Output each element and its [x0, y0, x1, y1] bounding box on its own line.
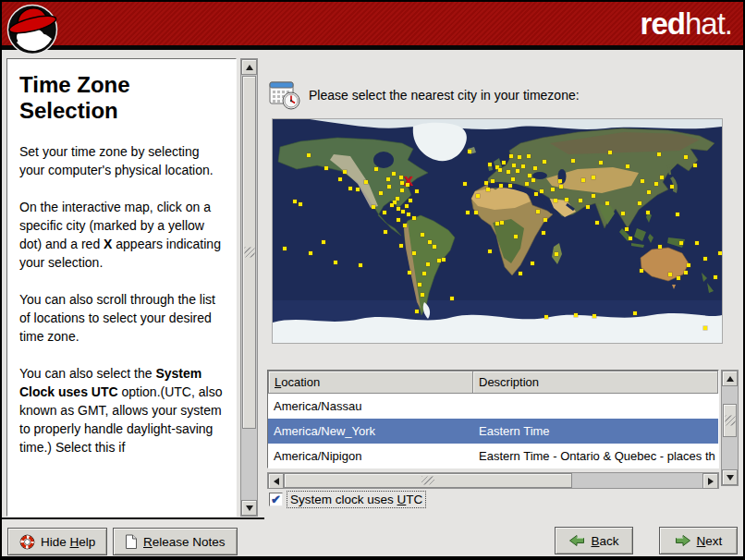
- city-dot[interactable]: [519, 272, 522, 275]
- city-dot[interactable]: [657, 152, 661, 156]
- city-dot[interactable]: [605, 201, 609, 205]
- city-dot[interactable]: [400, 181, 404, 185]
- scroll-right-button[interactable]: [702, 473, 718, 489]
- city-dot[interactable]: [426, 262, 430, 266]
- city-dot[interactable]: [703, 326, 707, 330]
- city-dot[interactable]: [525, 182, 529, 186]
- city-dot[interactable]: [565, 198, 568, 201]
- scroll-down-button[interactable]: [241, 500, 257, 516]
- city-dot[interactable]: [422, 272, 426, 275]
- city-dot[interactable]: [640, 269, 643, 273]
- back-button[interactable]: Back: [555, 527, 633, 554]
- city-dot[interactable]: [638, 201, 641, 205]
- city-dot[interactable]: [409, 199, 412, 202]
- city-dot[interactable]: [542, 231, 545, 235]
- city-dot[interactable]: [646, 211, 650, 214]
- city-dot[interactable]: [488, 163, 492, 166]
- city-dot[interactable]: [718, 251, 722, 255]
- city-dot[interactable]: [574, 313, 578, 317]
- city-dot[interactable]: [536, 210, 540, 213]
- city-dot[interactable]: [633, 311, 637, 315]
- table-horizontal-scrollbar[interactable]: [267, 472, 719, 489]
- city-dot[interactable]: [283, 247, 287, 250]
- city-dot[interactable]: [571, 159, 575, 163]
- city-dot[interactable]: [554, 199, 557, 202]
- city-dot[interactable]: [412, 216, 416, 220]
- city-dot[interactable]: [488, 250, 492, 253]
- city-dot[interactable]: [516, 169, 519, 173]
- next-button[interactable]: Next: [659, 527, 738, 554]
- utc-checkbox[interactable]: ✔: [269, 493, 283, 506]
- city-dot[interactable]: [397, 218, 400, 222]
- city-dot[interactable]: [684, 155, 688, 159]
- city-dot[interactable]: [364, 180, 368, 184]
- help-scrollbar[interactable]: [240, 58, 258, 517]
- city-dot[interactable]: [450, 297, 454, 300]
- city-dot[interactable]: [534, 192, 538, 196]
- scroll-up-button[interactable]: [241, 59, 257, 75]
- city-dot[interactable]: [442, 258, 446, 262]
- city-dot[interactable]: [629, 237, 632, 240]
- scrollbar-thumb[interactable]: [723, 404, 737, 437]
- city-dot[interactable]: [484, 181, 488, 185]
- city-dot[interactable]: [372, 205, 375, 209]
- city-dot[interactable]: [714, 275, 717, 279]
- city-dot[interactable]: [348, 187, 352, 190]
- city-dot[interactable]: [466, 211, 470, 214]
- city-dot[interactable]: [508, 184, 512, 188]
- city-dot[interactable]: [293, 200, 297, 203]
- release-notes-button[interactable]: Release Notes: [113, 528, 238, 555]
- city-dot[interactable]: [400, 189, 404, 192]
- city-dot[interactable]: [299, 202, 302, 206]
- utc-checkbox-label[interactable]: System clock uses UTC: [287, 491, 426, 508]
- city-dot[interactable]: [309, 251, 312, 255]
- city-dot[interactable]: [658, 245, 662, 249]
- city-dot[interactable]: [428, 240, 432, 244]
- city-dot[interactable]: [693, 164, 697, 167]
- city-dot[interactable]: [412, 251, 416, 255]
- city-dot[interactable]: [551, 188, 555, 191]
- city-dot[interactable]: [384, 230, 387, 234]
- city-dot[interactable]: [386, 177, 390, 181]
- city-dot[interactable]: [403, 224, 407, 227]
- city-dot[interactable]: [399, 176, 403, 179]
- city-dot[interactable]: [399, 244, 403, 248]
- city-dot[interactable]: [518, 155, 521, 159]
- city-dot[interactable]: [379, 191, 383, 195]
- city-dot[interactable]: [397, 207, 400, 211]
- city-dot[interactable]: [407, 213, 410, 216]
- city-dot[interactable]: [334, 261, 337, 264]
- city-dot[interactable]: [684, 271, 688, 274]
- city-dot[interactable]: [415, 189, 419, 193]
- city-dot[interactable]: [543, 218, 547, 222]
- hide-help-button[interactable]: Hide Help: [7, 528, 107, 555]
- city-dot[interactable]: [476, 194, 480, 198]
- city-dot[interactable]: [495, 222, 499, 225]
- city-dot[interactable]: [468, 150, 471, 153]
- city-dot[interactable]: [502, 161, 506, 164]
- city-dot[interactable]: [679, 241, 683, 245]
- city-dot[interactable]: [581, 178, 585, 182]
- city-dot[interactable]: [393, 201, 397, 204]
- city-dot[interactable]: [625, 227, 629, 231]
- city-dot[interactable]: [514, 235, 518, 238]
- city-dot[interactable]: [499, 184, 503, 188]
- city-dot[interactable]: [374, 167, 378, 171]
- city-dot[interactable]: [559, 185, 563, 189]
- city-dot[interactable]: [586, 205, 590, 209]
- scroll-down-button[interactable]: [722, 469, 738, 485]
- table-row[interactable]: America/NipigonEastern Time - Ontario & …: [268, 444, 718, 469]
- city-dot[interactable]: [387, 185, 391, 189]
- city-dot[interactable]: [408, 271, 411, 274]
- city-dot[interactable]: [463, 182, 467, 186]
- scrollbar-thumb[interactable]: [284, 473, 572, 488]
- city-dot[interactable]: [507, 170, 510, 174]
- city-dot[interactable]: [527, 154, 531, 158]
- city-dot[interactable]: [383, 211, 386, 214]
- city-dot[interactable]: [356, 188, 360, 191]
- city-dot[interactable]: [592, 314, 596, 318]
- city-dot[interactable]: [498, 168, 502, 172]
- scroll-up-button[interactable]: [722, 371, 738, 386]
- city-dot[interactable]: [491, 179, 495, 183]
- city-dot[interactable]: [647, 190, 651, 194]
